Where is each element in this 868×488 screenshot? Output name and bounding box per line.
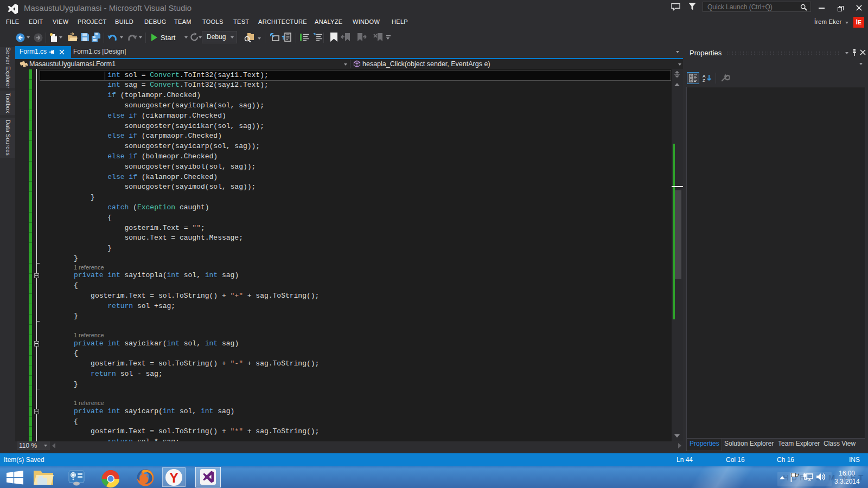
svg-text:Y: Y: [169, 470, 178, 485]
svg-text:Z: Z: [703, 78, 705, 82]
